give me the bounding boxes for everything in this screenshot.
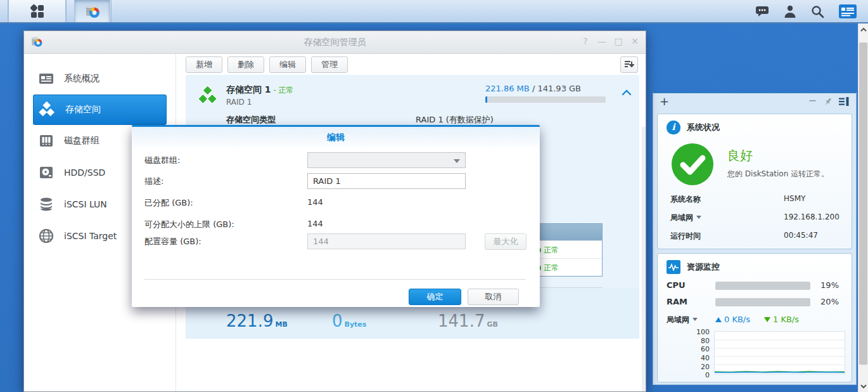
health-check-icon <box>672 143 713 185</box>
sidebar-item-label: HDD/SSD <box>64 167 105 178</box>
network-chart: 100 80 60 40 20 0 <box>658 329 848 377</box>
resource-monitor-widget: 资源监控 CPU 19% RAM 20% 局域网 0 KB/s 1 KB/s 1… <box>657 253 852 382</box>
panel-layout-icon[interactable] <box>838 96 850 107</box>
info-value: 192.168.1.200 <box>784 212 839 221</box>
widgets-icon[interactable] <box>839 4 854 18</box>
volume-type-value: RAID 1 (有数据保护) <box>416 114 494 126</box>
health-status: 良好 <box>727 147 753 164</box>
target-icon <box>38 228 54 244</box>
chevron-down-icon <box>860 384 867 389</box>
desktop-scrollbar <box>858 23 868 392</box>
hdd-icon <box>38 164 54 181</box>
chevron-up-icon <box>860 27 867 32</box>
upload-arrow-icon <box>715 317 722 322</box>
download-arrow-icon <box>764 317 770 322</box>
capacity-label: 配置容量 (GB): <box>144 236 201 247</box>
volume-title: 存储空间 1 - 正常 <box>226 84 294 96</box>
help-button[interactable]: ? <box>581 36 590 46</box>
upload-speed: 0 KB/s <box>724 315 750 324</box>
edit-button[interactable]: 编辑 <box>269 56 306 73</box>
chart-y-axis: 100 80 60 40 20 0 <box>686 329 710 373</box>
cpu-label: CPU <box>667 280 686 290</box>
window-titlebar: 存储空间管理员 ? — □ ✕ <box>24 31 646 54</box>
disk-status: 正常 <box>544 245 559 256</box>
scroll-up-button[interactable] <box>858 23 868 35</box>
minimize-button[interactable]: — <box>597 36 606 46</box>
add-button[interactable]: 新增 <box>186 56 222 73</box>
dialog-title: 编辑 <box>132 127 540 148</box>
ram-percent: 20% <box>820 297 839 306</box>
sort-icon <box>624 60 634 70</box>
delete-button[interactable]: 删除 <box>227 56 264 73</box>
max-allocatable-label: 可分配大小的上限 (GB): <box>144 219 234 230</box>
disk-group-icon <box>38 133 54 149</box>
volume-name: 存储空间 1 <box>226 84 271 95</box>
lan-traffic-dropdown[interactable]: 局域网 <box>667 315 698 325</box>
scrollbar-thumb[interactable] <box>859 42 867 365</box>
lan-dropdown[interactable]: 局域网 <box>670 212 701 223</box>
storage-manager-taskbar-button[interactable] <box>74 0 110 22</box>
lun-icon <box>38 196 54 212</box>
cpu-bar <box>715 282 810 290</box>
widget-panel: + − i 系统状况 良好 您的 DiskStation 运转正常。 系统名称 … <box>653 92 857 385</box>
manage-button[interactable]: 管理 <box>311 56 348 73</box>
cpu-percent: 19% <box>820 280 839 290</box>
volume-subtitle: RAID 1 <box>226 98 252 107</box>
health-message: 您的 DiskStation 运转正常。 <box>727 169 829 180</box>
desktop: 存储空间管理员 ? — □ ✕ 系统概况 存储空间 <box>0 0 868 392</box>
search-icon[interactable] <box>810 4 826 18</box>
add-widget-button[interactable]: + <box>660 95 669 108</box>
storage-manager-icon <box>84 3 101 20</box>
info-label: 运行时间 <box>670 231 701 242</box>
collapse-panel-button[interactable]: − <box>808 95 817 107</box>
system-health-widget: i 系统状况 良好 您的 DiskStation 运转正常。 系统名称 HSMY… <box>657 114 852 249</box>
close-button[interactable]: ✕ <box>630 36 639 46</box>
sidebar-item-label: iSCSI Target <box>64 231 117 241</box>
collapse-chevron-icon[interactable] <box>622 89 632 96</box>
allocated-label: 已分配 (GB): <box>144 197 193 209</box>
sidebar-item-overview[interactable]: 系统概况 <box>24 63 176 95</box>
stat-value: 141.7 <box>438 311 485 330</box>
description-input[interactable] <box>307 173 466 189</box>
capacity-input[interactable] <box>307 233 466 249</box>
window-title: 存储空间管理员 <box>24 37 646 48</box>
window-scrollbar-track[interactable] <box>642 127 646 391</box>
sidebar-item-label: 系统概况 <box>64 73 99 84</box>
chart-plot-area <box>714 331 845 374</box>
volume-type-label: 存储空间类型 <box>226 114 276 126</box>
description-label: 描述: <box>144 176 163 187</box>
disk-status: 正常 <box>544 263 559 273</box>
scroll-down-button[interactable] <box>858 381 868 392</box>
widget-title: 资源监控 <box>687 261 720 273</box>
cancel-button[interactable]: 取消 <box>468 289 519 305</box>
stat-value: 221.9 <box>226 311 273 330</box>
main-menu-icon <box>30 4 44 18</box>
sort-button[interactable] <box>620 56 638 73</box>
volume-usage-bar <box>485 96 606 103</box>
widget-panel-header: + − <box>653 93 856 111</box>
volume-cubes-icon <box>38 101 56 119</box>
sidebar-item-label: 存储空间 <box>65 104 101 115</box>
chat-icon[interactable] <box>755 4 770 18</box>
main-menu-button[interactable] <box>8 0 66 22</box>
volume-status-icon <box>197 85 219 107</box>
stat-value: 0 <box>332 311 343 330</box>
disk-group-dropdown[interactable] <box>307 152 466 168</box>
resource-monitor-icon <box>667 260 680 274</box>
toolbar: 新增 删除 编辑 管理 <box>176 54 646 75</box>
info-label: 系统名称 <box>670 194 701 205</box>
info-value: HSMY <box>784 194 805 203</box>
maximize-capacity-button[interactable]: 最大化 <box>485 233 527 250</box>
chevron-down-icon <box>696 216 701 219</box>
pin-icon[interactable] <box>823 96 833 107</box>
ok-button[interactable]: 确定 <box>409 289 461 305</box>
dialog-divider <box>144 279 526 280</box>
overview-icon <box>38 70 54 87</box>
user-icon[interactable] <box>783 4 798 18</box>
download-speed: 1 KB/s <box>773 315 799 324</box>
edit-dialog: 编辑 磁盘群组: 描述: 已分配 (GB): 144 可分配大小的上限 (GB)… <box>132 125 540 307</box>
allocated-value: 144 <box>307 197 323 207</box>
disk-group-label: 磁盘群组: <box>144 155 180 166</box>
sidebar-item-volume[interactable]: 存储空间 <box>33 95 167 125</box>
maximize-button[interactable]: □ <box>614 36 623 46</box>
